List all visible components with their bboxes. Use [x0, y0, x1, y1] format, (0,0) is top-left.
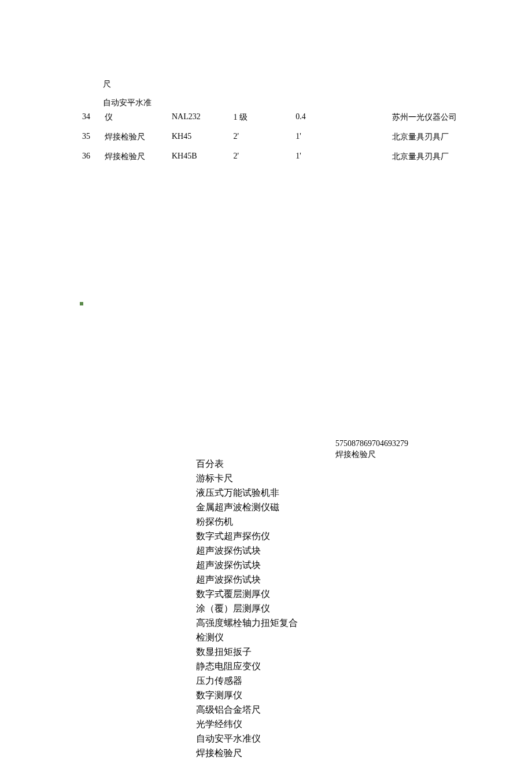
cell-idx: 34: [82, 112, 104, 131]
cell-name: 焊接检验尺: [105, 132, 171, 150]
right-label: 焊接检验尺: [335, 449, 408, 460]
list-item: 压力传感器: [196, 673, 298, 688]
list-item: 百分表: [196, 456, 298, 471]
list-item: 静态电阻应变仪: [196, 659, 298, 673]
list-item: 高强度螺栓轴力扭矩复合: [196, 616, 298, 630]
table-row: 34 仪 NAL232 1 级 0.4 苏州一光仪器公司: [82, 112, 485, 131]
cell-vendor: 北京量具刃具厂: [392, 132, 485, 150]
cell-grade: 2': [234, 152, 295, 170]
cell-val: 1': [295, 152, 390, 170]
cell-vendor: 北京量具刃具厂: [392, 152, 485, 170]
list-item: 数字测厚仪: [196, 688, 298, 702]
green-marker-icon: [80, 302, 83, 305]
cell-vendor: 苏州一光仪器公司: [392, 112, 485, 131]
list-item: 光学经纬仪: [196, 717, 298, 731]
center-list: 百分表 游标卡尺 液压式万能试验机非 金属超声波检测仪磁 粉探伤机 数字式超声探…: [196, 456, 298, 759]
pre-row: 尺 自动安平水准: [103, 75, 152, 112]
list-item: 涂（覆）层测厚仪: [196, 601, 298, 616]
cell-model: NAL232: [172, 112, 232, 131]
cell-idx: 35: [82, 132, 104, 150]
list-item: 超声波探伤试块: [196, 543, 298, 558]
cell-name: 仪: [105, 112, 171, 131]
right-block: 575087869704693279 焊接检验尺: [335, 438, 408, 460]
instrument-table: 34 仪 NAL232 1 级 0.4 苏州一光仪器公司 35 焊接检验尺 KH…: [81, 111, 486, 171]
pre-label-1: 尺: [103, 75, 152, 94]
cell-val: 1': [295, 132, 390, 150]
list-item: 数字式超声探伤仪: [196, 529, 298, 543]
list-item: 数字式覆层测厚仪: [196, 587, 298, 601]
cell-model: KH45: [172, 132, 232, 150]
pre-label-2: 自动安平水准: [103, 94, 152, 112]
list-item: 粉探伤机: [196, 514, 298, 529]
cell-grade: 2': [234, 132, 295, 150]
cell-model: KH45B: [172, 152, 232, 170]
list-item: 焊接检验尺: [196, 746, 298, 759]
table-row: 36 焊接检验尺 KH45B 2' 1' 北京量具刃具厂: [82, 152, 485, 170]
list-item: 超声波探伤试块: [196, 572, 298, 587]
list-item: 自动安平水准仪: [196, 731, 298, 746]
right-code: 575087869704693279: [335, 438, 408, 449]
list-item: 液压式万能试验机非: [196, 485, 298, 500]
cell-idx: 36: [82, 152, 104, 170]
cell-name: 焊接检验尺: [105, 152, 171, 170]
list-item: 游标卡尺: [196, 471, 298, 485]
list-item: 金属超声波检测仪磁: [196, 500, 298, 514]
cell-val: 0.4: [295, 112, 390, 131]
list-item: 检测仪: [196, 630, 298, 644]
list-item: 高级铝合金塔尺: [196, 702, 298, 717]
list-item: 数显扭矩扳子: [196, 644, 298, 659]
cell-grade: 1 级: [234, 112, 295, 131]
list-item: 超声波探伤试块: [196, 558, 298, 572]
table-row: 35 焊接检验尺 KH45 2' 1' 北京量具刃具厂: [82, 132, 485, 150]
